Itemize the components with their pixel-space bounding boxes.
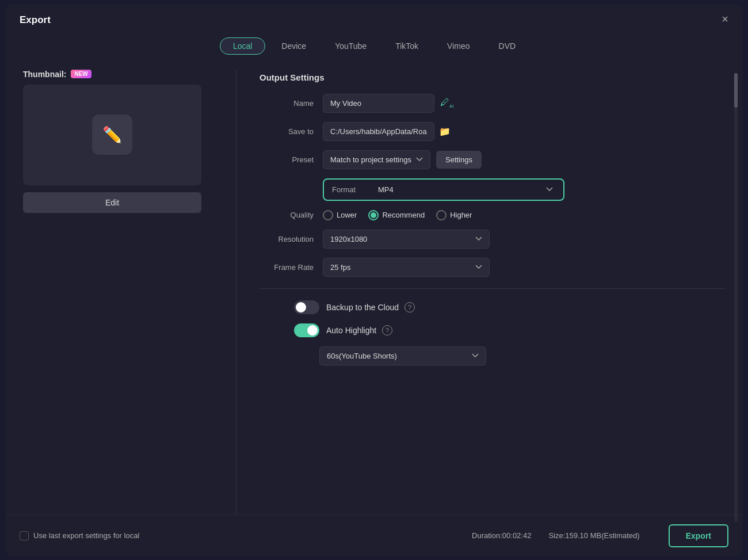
- scrollbar-thumb: [734, 73, 738, 108]
- right-panel: Output Settings Name 🖊AI Save to 📁 Pr: [254, 70, 725, 515]
- auto-highlight-help-icon[interactable]: ?: [382, 325, 392, 336]
- quality-lower[interactable]: Lower: [323, 210, 357, 220]
- radio-higher-outer: [436, 210, 446, 220]
- auto-highlight-toggle-thumb: [307, 325, 318, 336]
- save-to-row: Save to 📁: [259, 122, 725, 141]
- duration-info: Duration:00:02:42: [472, 531, 531, 540]
- format-select[interactable]: MP4: [378, 185, 555, 194]
- use-last-checkbox-box: [20, 531, 29, 540]
- preset-select[interactable]: Match to project settings: [323, 150, 430, 169]
- quality-radio-group: Lower Recommend Higher: [323, 210, 472, 220]
- folder-icon[interactable]: 📁: [439, 126, 451, 137]
- frame-rate-label: Frame Rate: [259, 263, 323, 272]
- tab-bar: Local Device YouTube TikTok Vimeo DVD: [6, 32, 742, 64]
- youtube-shorts-row: 60s(YouTube Shorts): [259, 346, 725, 365]
- left-panel: Thumbnail: NEW ✏️ Edit: [23, 70, 219, 515]
- backup-cloud-label: Backup to the Cloud: [326, 303, 399, 312]
- dialog-title: Export: [20, 14, 51, 26]
- close-button[interactable]: ×: [722, 13, 728, 25]
- edit-button[interactable]: Edit: [23, 192, 201, 213]
- save-to-input[interactable]: [323, 122, 434, 141]
- preset-label: Preset: [259, 155, 323, 164]
- format-label: Format: [332, 185, 378, 194]
- export-dialog: Export × Local Device YouTube TikTok Vim…: [6, 4, 742, 557]
- backup-cloud-toggle-thumb: [296, 302, 306, 313]
- tab-vimeo[interactable]: Vimeo: [434, 37, 482, 55]
- quality-recommend[interactable]: Recommend: [368, 210, 425, 220]
- ai-icon[interactable]: 🖊AI: [440, 97, 454, 109]
- preset-group: Match to project settings Settings: [323, 150, 482, 169]
- bottom-bar: Use last export settings for local Durat…: [6, 515, 742, 557]
- resolution-row: Resolution 1920x1080: [259, 230, 725, 249]
- frame-rate-row: Frame Rate 25 fps: [259, 258, 725, 277]
- save-to-group: 📁: [323, 122, 451, 141]
- name-label: Name: [259, 99, 323, 108]
- backup-cloud-row: Backup to the Cloud ?: [259, 300, 725, 314]
- auto-highlight-row: Auto Highlight ?: [259, 323, 725, 337]
- quality-higher[interactable]: Higher: [436, 210, 472, 220]
- title-bar: Export ×: [6, 4, 742, 32]
- resolution-select[interactable]: 1920x1080: [323, 230, 490, 249]
- youtube-shorts-select[interactable]: 60s(YouTube Shorts): [319, 346, 486, 365]
- resolution-label: Resolution: [259, 235, 323, 243]
- radio-lower-outer: [323, 210, 333, 220]
- quality-higher-label: Higher: [450, 211, 472, 219]
- tab-local[interactable]: Local: [220, 37, 265, 55]
- use-last-label: Use last export settings for local: [33, 531, 139, 540]
- settings-button[interactable]: Settings: [436, 151, 482, 169]
- radio-recommend-inner: [371, 212, 376, 218]
- tab-youtube[interactable]: YouTube: [322, 37, 379, 55]
- quality-label: Quality: [259, 211, 323, 219]
- name-row: Name 🖊AI: [259, 94, 725, 113]
- quality-row: Quality Lower Recommend Higher: [259, 210, 725, 220]
- name-input-group: 🖊AI: [323, 94, 454, 113]
- frame-rate-select[interactable]: 25 fps: [323, 258, 490, 277]
- tab-device[interactable]: Device: [269, 37, 319, 55]
- output-settings-title: Output Settings: [259, 73, 725, 82]
- thumbnail-edit-icon: ✏️: [92, 115, 132, 155]
- vertical-divider: [236, 70, 236, 515]
- tab-dvd[interactable]: DVD: [486, 37, 529, 55]
- main-content: Thumbnail: NEW ✏️ Edit Output Settings N…: [6, 64, 742, 515]
- use-last-checkbox[interactable]: Use last export settings for local: [20, 531, 139, 540]
- bottom-info: Duration:00:02:42 Size:159.10 MB(Estimat…: [472, 524, 728, 547]
- thumbnail-label: Thumbnail: NEW: [23, 70, 91, 79]
- preset-row: Preset Match to project settings Setting…: [259, 150, 725, 169]
- radio-recommend-outer: [368, 210, 379, 220]
- tab-tiktok[interactable]: TikTok: [383, 37, 431, 55]
- quality-lower-label: Lower: [337, 211, 357, 219]
- auto-highlight-label: Auto Highlight: [326, 326, 376, 335]
- backup-cloud-help-icon[interactable]: ?: [404, 302, 415, 313]
- horizontal-divider: [259, 288, 725, 289]
- new-badge: NEW: [71, 70, 91, 78]
- quality-recommend-label: Recommend: [382, 211, 425, 219]
- export-button[interactable]: Export: [669, 524, 728, 547]
- thumbnail-box: ✏️: [23, 85, 201, 185]
- name-input[interactable]: [323, 94, 434, 113]
- size-info: Size:159.10 MB(Estimated): [548, 531, 639, 540]
- format-box: Format MP4: [323, 178, 564, 201]
- scrollbar-track[interactable]: [734, 73, 738, 522]
- save-to-label: Save to: [259, 127, 323, 136]
- auto-highlight-toggle[interactable]: [294, 323, 319, 337]
- thumbnail-text: Thumbnail:: [23, 70, 66, 79]
- backup-cloud-toggle[interactable]: [294, 300, 319, 314]
